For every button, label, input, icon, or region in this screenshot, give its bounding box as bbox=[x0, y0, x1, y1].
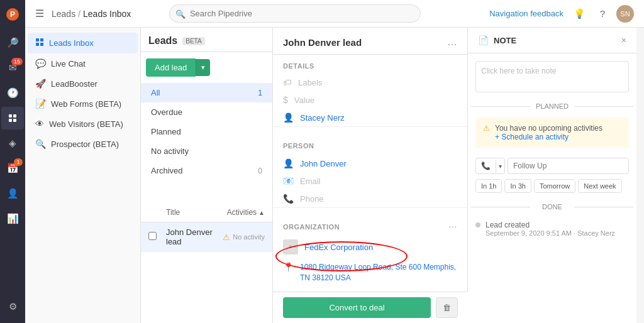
filter-all[interactable]: All 1 bbox=[141, 83, 272, 102]
row-checkbox-input[interactable] bbox=[148, 232, 157, 240]
sidebar-item-settings[interactable]: ⚙ bbox=[1, 295, 24, 318]
svg-text:≡: ≡ bbox=[289, 244, 292, 250]
help-icon[interactable]: ? bbox=[594, 5, 611, 23]
schedule-activity-link[interactable]: + Schedule an activity bbox=[495, 133, 569, 141]
email-icon: 📧 bbox=[283, 176, 294, 186]
sidebar-item-web-forms[interactable]: 📝 Web Forms (BETA) bbox=[28, 94, 138, 114]
time-btn-1h[interactable]: In 1h bbox=[475, 179, 502, 193]
row-checkbox[interactable] bbox=[148, 232, 161, 242]
filter-no-activity[interactable]: No activity bbox=[141, 141, 272, 161]
row-title: John Denver lead bbox=[166, 227, 218, 246]
leads-panel-header: Leads BETA bbox=[141, 28, 272, 52]
person-section-title: PERSON bbox=[283, 134, 314, 152]
time-btn-3h[interactable]: In 3h bbox=[504, 179, 531, 193]
sidebar-item-deals[interactable]: ◈ bbox=[1, 132, 24, 155]
search-icon: 🔍 bbox=[175, 9, 186, 18]
person-name[interactable]: John Denver bbox=[300, 159, 347, 168]
lead-detail-wrapper: John Denver lead … DETAILS 🏷 Labels $ Va… bbox=[273, 28, 468, 323]
filter-archived[interactable]: Archived 0 bbox=[141, 161, 272, 180]
follow-up-input[interactable] bbox=[508, 158, 629, 174]
filter-archived-count: 0 bbox=[258, 167, 262, 175]
filter-planned[interactable]: Planned bbox=[141, 122, 272, 141]
table-row[interactable]: John Denver lead ⚠ No activity bbox=[141, 222, 272, 252]
convert-to-deal-button[interactable]: Convert to deal bbox=[283, 297, 431, 318]
phone-icon: 📞 bbox=[283, 194, 294, 204]
svg-rect-4 bbox=[9, 119, 12, 122]
person-section-header: PERSON bbox=[273, 127, 467, 155]
note-panel-header: 📄 NOTE × bbox=[468, 28, 636, 53]
note-close-button[interactable]: × bbox=[621, 35, 626, 45]
boost-icon: 🚀 bbox=[35, 79, 46, 89]
org-name[interactable]: FedEx Corporation bbox=[304, 243, 373, 252]
sidebar-item-reports[interactable]: 📊 bbox=[1, 207, 24, 230]
no-activities-box: ⚠ You have no upcoming activities + Sche… bbox=[475, 118, 629, 148]
follow-up-type-selector: 📞 ▾ bbox=[475, 158, 505, 174]
sidebar-item-activity[interactable]: 🕐 bbox=[1, 82, 24, 104]
sidebar-item-leads-inbox[interactable]: Leads Inbox bbox=[28, 33, 138, 53]
sidebar-label-web-forms: Web Forms (BETA) bbox=[51, 99, 121, 109]
sidebar-item-live-chat[interactable]: 💬 Live Chat bbox=[28, 53, 138, 74]
person-email: Email bbox=[300, 177, 321, 186]
note-title: NOTE bbox=[494, 36, 516, 45]
svg-rect-8 bbox=[36, 43, 39, 46]
time-btn-tomorrow[interactable]: Tomorrow bbox=[534, 179, 575, 193]
sidebar-item-search[interactable]: 🔎 bbox=[1, 31, 24, 54]
sidebar-item-web-visitors[interactable]: 👁 Web Visitors (BETA) bbox=[28, 114, 138, 134]
th-title: Title bbox=[166, 208, 222, 217]
sidebar-label-leads-inbox: Leads Inbox bbox=[49, 38, 94, 48]
leads-panel-title: Leads bbox=[148, 35, 177, 47]
sidebar-item-leadbooster[interactable]: 🚀 LeadBooster bbox=[28, 74, 138, 94]
breadcrumb-current: Leads Inbox bbox=[83, 9, 131, 19]
note-input[interactable]: Click here to take note bbox=[475, 61, 629, 92]
filter-all-count: 1 bbox=[258, 89, 262, 97]
time-buttons: In 1h In 3h Tomorrow Next week bbox=[475, 179, 629, 193]
address-icon: 📍 bbox=[283, 262, 294, 272]
sidebar-item-email[interactable]: ✉ 15 bbox=[1, 57, 24, 79]
leads-panel: Leads BETA Add lead ▾ All 1 Overdue Plan… bbox=[141, 28, 273, 323]
follow-up-row: 📞 ▾ bbox=[475, 158, 629, 174]
sidebar-item-leads[interactable] bbox=[1, 107, 24, 129]
top-bar: ☰ Leads / Leads Inbox 🔍 Navigation feedb… bbox=[25, 0, 644, 28]
fu-dropdown[interactable]: ▾ bbox=[496, 160, 504, 173]
left-sidebar: Leads Inbox 💬 Live Chat 🚀 LeadBooster 📝 … bbox=[25, 28, 141, 323]
convert-bar: Convert to deal 🗑 bbox=[273, 292, 468, 323]
add-lead-button[interactable]: Add lead bbox=[146, 58, 196, 77]
note-icon: 📄 bbox=[478, 35, 489, 45]
sidebar-label-prospector: Prospector (BETA) bbox=[51, 140, 119, 149]
add-lead-dropdown[interactable]: ▾ bbox=[196, 59, 210, 76]
lightbulb-icon[interactable]: 💡 bbox=[571, 5, 589, 23]
table-header: Title Activities ▲ bbox=[141, 203, 272, 222]
app-logo[interactable]: P bbox=[3, 5, 22, 24]
phone-fu-icon[interactable]: 📞 bbox=[476, 158, 496, 173]
org-more-button[interactable]: … bbox=[448, 219, 457, 229]
avatar[interactable]: SN bbox=[616, 5, 634, 23]
details-section-title: DETAILS bbox=[273, 55, 467, 74]
delete-button[interactable]: 🗑 bbox=[436, 297, 458, 318]
lead-detail-panel: John Denver lead … DETAILS 🏷 Labels $ Va… bbox=[273, 28, 468, 323]
nav-feedback-link[interactable]: Navigation feedback bbox=[489, 9, 564, 18]
filter-overdue[interactable]: Overdue bbox=[141, 102, 272, 122]
time-btn-next-week[interactable]: Next week bbox=[578, 179, 621, 193]
sidebar-item-contacts[interactable]: 👤 bbox=[1, 182, 24, 205]
svg-text:P: P bbox=[10, 10, 15, 19]
owner-row: 👤 Stacey Nerz bbox=[273, 109, 467, 126]
beta-badge: BETA bbox=[182, 37, 204, 45]
sidebar-item-prospector[interactable]: 🔍 Prospector (BETA) bbox=[28, 134, 138, 154]
svg-rect-2 bbox=[9, 114, 12, 118]
leads-table: Title Activities ▲ John Denver lead ⚠ No… bbox=[141, 203, 272, 323]
owner-name[interactable]: Stacey Nerz bbox=[300, 113, 345, 123]
person-email-row: 📧 Email bbox=[273, 172, 467, 190]
hamburger-icon[interactable]: ☰ bbox=[35, 8, 44, 19]
search-input[interactable] bbox=[169, 4, 421, 23]
breadcrumb-parent[interactable]: Leads bbox=[52, 9, 75, 19]
calendar-badge: 1 bbox=[14, 158, 23, 166]
sidebar-label-leadbooster: LeadBooster bbox=[51, 79, 97, 89]
svg-rect-5 bbox=[13, 119, 16, 122]
org-address-row: 📍 1080 Ridgeway Loop Road, Ste 600 Memph… bbox=[273, 258, 467, 287]
person-section: PERSON 👤 John Denver 📧 Email 📞 Phon bbox=[273, 126, 467, 207]
done-label: DONE bbox=[468, 200, 636, 213]
labels-row: 🏷 Labels bbox=[273, 74, 467, 91]
lead-detail-more-button[interactable]: … bbox=[447, 36, 457, 48]
visitors-icon: 👁 bbox=[35, 119, 44, 129]
sidebar-item-calendar[interactable]: 📅 1 bbox=[1, 157, 24, 180]
